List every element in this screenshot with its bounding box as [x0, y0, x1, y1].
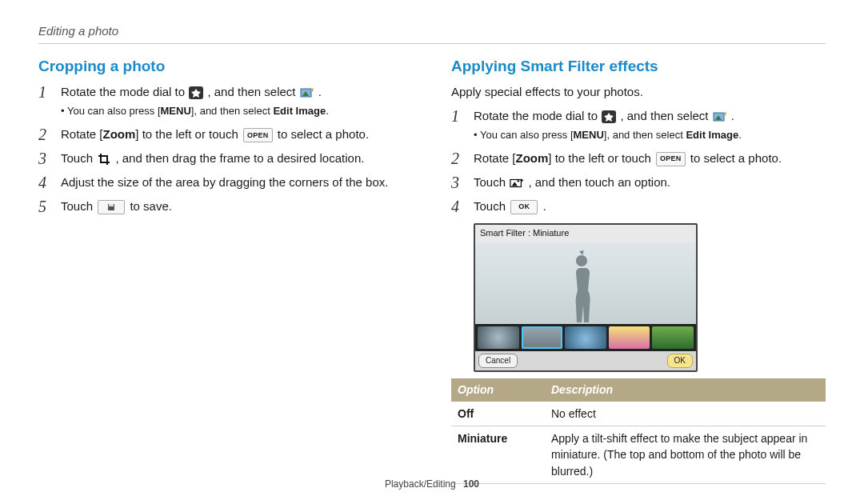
page: Editing a photo Cropping a photo 1 Rotat… — [0, 0, 864, 504]
zoom-label: Zoom — [516, 151, 549, 165]
filter-preview-screen: Smart Filter : Miniature Cancel OK — [474, 223, 698, 372]
option-name: Off — [451, 402, 545, 426]
text: . — [738, 129, 742, 141]
right-step-1-note: You can also press [MENU], and then sele… — [474, 128, 826, 143]
step-number: 1 — [451, 107, 474, 125]
menu-label: MENU — [161, 105, 191, 117]
step-text: Rotate the mode dial to , and then selec… — [474, 107, 826, 125]
right-step-1: 1 Rotate the mode dial to , and then sel… — [451, 107, 826, 125]
step-number: 4 — [451, 198, 474, 215]
preview-ok-button: OK — [667, 354, 693, 369]
step-text: Rotate [Zoom] to the left or touch OPEN … — [474, 150, 826, 167]
filter-thumb — [565, 326, 606, 349]
text: Touch — [61, 151, 96, 165]
right-step-2: 2 Rotate [Zoom] to the left or touch OPE… — [451, 150, 826, 167]
step-text: Touch to save. — [61, 198, 413, 215]
table-header-row: Option Description — [451, 378, 826, 401]
mode-dial-icon — [189, 86, 203, 99]
section-title-cropping: Cropping a photo — [38, 55, 413, 78]
svg-rect-5 — [109, 204, 114, 206]
preview-image — [475, 242, 696, 324]
text: ] to the left or touch — [548, 151, 654, 165]
left-column: Cropping a photo 1 Rotate the mode dial … — [38, 55, 413, 484]
left-step-4: 4 Adjust the size of the area by draggin… — [38, 174, 413, 191]
open-button-icon: OPEN — [656, 152, 686, 166]
mode-dial-icon — [602, 110, 616, 123]
text: . — [318, 85, 322, 98]
breadcrumb: Editing a photo — [38, 22, 826, 40]
step-text: Rotate the mode dial to , and then selec… — [61, 83, 413, 101]
intro-text: Apply special effects to your photos. — [451, 83, 826, 101]
text: , and then select — [620, 109, 711, 122]
text: ], and then select — [191, 105, 274, 117]
svg-marker-0 — [191, 89, 201, 98]
step-text: Touch , and then drag the frame to a des… — [61, 150, 413, 167]
filter-thumb — [478, 326, 519, 349]
step-text: Touch OK . — [474, 198, 826, 215]
option-name: Miniature — [451, 426, 545, 483]
step-number: 2 — [38, 126, 61, 143]
step-number: 1 — [38, 83, 61, 101]
crop-icon — [97, 153, 111, 166]
svg-marker-6 — [604, 113, 614, 122]
text: to select a photo. — [278, 127, 369, 141]
header-rule — [38, 43, 826, 44]
text: to select a photo. — [690, 151, 782, 165]
menu-label: MENU — [574, 129, 604, 141]
text: to save. — [130, 199, 172, 213]
right-column: Applying Smart Filter effects Apply spec… — [451, 55, 826, 484]
step-text: Adjust the size of the area by dragging … — [61, 174, 413, 191]
option-desc: Apply a tilt-shift effect to make the su… — [545, 426, 826, 483]
filter-thumb — [652, 326, 694, 349]
text: Touch — [61, 199, 96, 213]
filter-thumb — [609, 326, 650, 349]
left-step-5: 5 Touch to save. — [38, 198, 413, 215]
svg-point-12 — [518, 180, 520, 182]
right-step-3: 3 Touch , and then touch an option. — [451, 174, 826, 191]
silhouette-icon — [563, 250, 600, 324]
text: Rotate [ — [474, 151, 516, 165]
text: . — [731, 109, 734, 122]
step-number: 4 — [38, 174, 61, 191]
left-step-3: 3 Touch , and then drag the frame to a d… — [38, 150, 413, 167]
step-number: 3 — [38, 150, 61, 167]
left-step-2: 2 Rotate [Zoom] to the left or touch OPE… — [38, 126, 413, 143]
ok-button-icon: OK — [510, 200, 538, 214]
text: Touch — [474, 175, 509, 189]
text: You can also press [ — [480, 129, 574, 141]
svg-marker-11 — [512, 182, 518, 186]
step-number: 2 — [451, 150, 474, 167]
text: . — [326, 105, 329, 117]
left-step-1-note: You can also press [MENU], and then sele… — [61, 104, 413, 119]
text: , and then touch an option. — [528, 175, 670, 189]
text: ], and then select — [604, 129, 686, 141]
step-text: Touch , and then touch an option. — [474, 174, 826, 191]
text: , and then select — [207, 85, 298, 98]
footer-section: Playback/Editing — [385, 478, 456, 490]
smart-filter-icon — [510, 177, 524, 190]
step-number: 5 — [38, 198, 61, 215]
open-button-icon: OPEN — [243, 128, 273, 142]
options-table: Option Description Off No effect Miniatu… — [451, 378, 826, 483]
zoom-label: Zoom — [103, 127, 136, 141]
text: You can also press [ — [67, 105, 161, 117]
table-row: Miniature Apply a tilt-shift effect to m… — [451, 426, 826, 483]
table-header-option: Option — [451, 378, 545, 401]
preview-label: Smart Filter : Miniature — [475, 225, 696, 242]
page-footer: Playback/Editing 100 — [0, 478, 864, 491]
edit-image-label: Edit Image — [273, 105, 326, 117]
table-row: Off No effect — [451, 402, 826, 426]
right-step-4: 4 Touch OK . — [451, 198, 826, 215]
save-icon — [98, 200, 125, 214]
text: ] to the left or touch — [135, 127, 242, 141]
edit-image-label: Edit Image — [686, 129, 738, 141]
section-title-smartfilter: Applying Smart Filter effects — [451, 55, 826, 78]
left-step-1: 1 Rotate the mode dial to , and then sel… — [38, 83, 413, 101]
page-number: 100 — [463, 478, 479, 490]
text: . — [542, 199, 546, 213]
step-text: Rotate [Zoom] to the left or touch OPEN … — [61, 126, 413, 143]
text: Touch — [474, 199, 509, 213]
preview-button-bar: Cancel OK — [475, 351, 696, 371]
preview-thumbnails — [475, 324, 696, 351]
text: Rotate the mode dial to — [61, 85, 188, 98]
